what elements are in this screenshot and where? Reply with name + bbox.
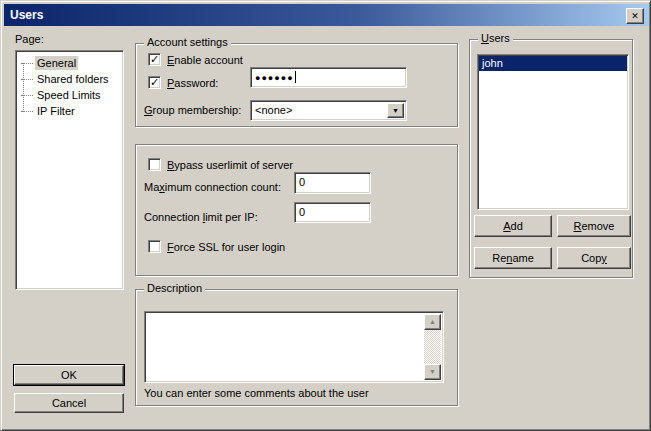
description-scrollbar[interactable]: ▲ ▼ xyxy=(424,314,441,380)
dropdown-button[interactable]: ▼ xyxy=(387,103,404,118)
title-bar[interactable]: Users ✕ xyxy=(4,4,649,26)
group-membership-select[interactable]: <none> ▼ xyxy=(250,100,407,121)
description-group-title: Description xyxy=(144,282,205,295)
users-dialog: Users ✕ Page: General Shared folders Spe… xyxy=(0,0,651,431)
chevron-down-icon: ▼ xyxy=(392,107,399,114)
cancel-button[interactable]: Cancel xyxy=(14,393,124,413)
password-masked-value: ●●●●●● xyxy=(255,73,294,83)
remove-button[interactable]: Remove xyxy=(557,215,631,237)
connection-limit-per-ip-input[interactable]: 0 xyxy=(294,202,371,223)
close-button[interactable]: ✕ xyxy=(626,8,644,24)
password-input[interactable]: ●●●●●● xyxy=(250,67,407,88)
group-membership-value: <none> xyxy=(255,104,292,116)
text-caret xyxy=(295,71,296,83)
users-group-title: Users xyxy=(478,32,513,45)
group-membership-label: Group membership: xyxy=(144,104,241,116)
scroll-up-icon: ▲ xyxy=(429,318,436,325)
max-connection-count-label: Maximum connection count: xyxy=(144,181,281,193)
enable-account-label[interactable]: Enable account xyxy=(167,54,243,66)
description-group: Description ▲ ▼ You can enter some comme… xyxy=(135,289,458,406)
account-settings-group: Account settings ✓ Enable account ✓ Pass… xyxy=(135,43,458,127)
scroll-down-button[interactable]: ▼ xyxy=(424,364,441,380)
bypass-userlimit-checkbox[interactable] xyxy=(148,158,161,171)
tree-branch-icon xyxy=(21,111,33,112)
list-item-john[interactable]: john xyxy=(479,56,627,71)
tree-item-general[interactable]: General xyxy=(16,55,123,71)
description-hint: You can enter some comments about the us… xyxy=(144,387,369,399)
password-checkbox[interactable]: ✓ xyxy=(148,76,161,89)
tree-item-shared-folders[interactable]: Shared folders xyxy=(16,71,123,87)
enable-account-checkbox[interactable]: ✓ xyxy=(148,53,161,66)
password-label[interactable]: Password: xyxy=(167,77,218,89)
tree-item-label: General xyxy=(35,56,78,70)
tree-item-label: Shared folders xyxy=(35,72,111,86)
connection-settings-group: Bypass userlimit of server Maximum conne… xyxy=(135,144,458,276)
user-name: john xyxy=(482,57,503,69)
tree-item-label: IP Filter xyxy=(35,104,77,118)
ok-button[interactable]: OK xyxy=(14,365,124,385)
scroll-down-icon: ▼ xyxy=(429,368,436,375)
check-icon: ✓ xyxy=(150,76,159,88)
tree-branch-icon xyxy=(21,63,33,64)
copy-button[interactable]: Copy xyxy=(557,247,631,269)
force-ssl-label[interactable]: Force SSL for user login xyxy=(167,241,285,253)
users-group: Users john Add Remove Rename Copy xyxy=(469,39,633,278)
page-label: Page: xyxy=(15,33,44,45)
account-settings-group-title: Account settings xyxy=(144,36,231,49)
scroll-up-button[interactable]: ▲ xyxy=(424,314,441,330)
description-textarea[interactable]: ▲ ▼ xyxy=(144,311,444,383)
connection-limit-per-ip-label: Connection limit per IP: xyxy=(144,211,258,223)
tree-branch-icon xyxy=(21,95,33,96)
tree-item-speed-limits[interactable]: Speed Limits xyxy=(16,87,123,103)
tree-branch-icon xyxy=(21,79,33,80)
window-title: Users xyxy=(10,8,43,22)
tree-item-ip-filter[interactable]: IP Filter xyxy=(16,103,123,119)
add-button[interactable]: Add xyxy=(474,215,552,237)
close-icon: ✕ xyxy=(631,11,639,21)
bypass-userlimit-label[interactable]: Bypass userlimit of server xyxy=(167,159,293,171)
check-icon: ✓ xyxy=(150,53,159,65)
page-tree: General Shared folders Speed Limits IP F… xyxy=(15,50,124,290)
tree-item-label: Speed Limits xyxy=(35,88,103,102)
max-connection-count-input[interactable]: 0 xyxy=(294,172,371,194)
rename-button[interactable]: Rename xyxy=(474,247,552,269)
users-listbox[interactable]: john xyxy=(477,54,629,210)
force-ssl-checkbox[interactable] xyxy=(148,240,161,253)
